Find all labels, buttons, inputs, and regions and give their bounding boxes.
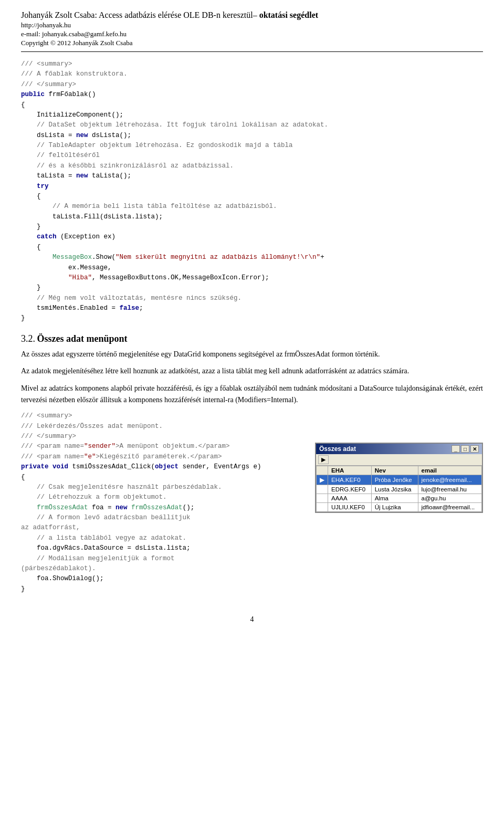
header-divider xyxy=(21,51,483,52)
cell-eha: EHA.KEF0 xyxy=(328,475,372,485)
dialog-toolbar: ▶ xyxy=(316,454,482,466)
dialog-minimize-button[interactable]: _ xyxy=(452,445,460,453)
page-number: 4 xyxy=(21,615,483,624)
section-title: Összes adat menüpont xyxy=(37,333,128,344)
cell-nev: Alma xyxy=(371,494,418,503)
col-indicator-header xyxy=(317,466,328,475)
code-block-menu: /// <summary> /// Lekérdezés/Összes adat… xyxy=(21,411,304,600)
cell-eha: AAAA xyxy=(328,494,372,503)
code-block-2-content: /// <summary> /// Lekérdezés/Összes adat… xyxy=(21,411,304,594)
row-indicator: ▶ xyxy=(317,475,328,485)
table-row[interactable]: EDRG.KEF0 Lusta Józsika lujo@freemail.hu xyxy=(317,485,482,494)
table-row[interactable]: AAAA Alma a@gu.hu xyxy=(317,494,482,503)
dialog-title: Összes adat xyxy=(319,445,356,453)
row-indicator xyxy=(317,503,328,512)
header-copyright: Copyright © 2012 Johanyák Zsolt Csaba xyxy=(21,39,483,47)
code-block-constructor: /// <summary> /// A főablak konstruktora… xyxy=(21,59,483,324)
cell-eha: UJLIU.KEF0 xyxy=(328,503,372,512)
title-bold: oktatási segédlet xyxy=(259,11,318,19)
dialog-titlebar: Összes adat _ □ ✕ xyxy=(316,444,482,454)
header-email: e-mail: johanyak.csaba@gamf.kefo.hu xyxy=(21,30,483,38)
cell-nev: Lusta Józsika xyxy=(371,485,418,494)
cell-email: a@gu.hu xyxy=(418,494,481,503)
row-indicator xyxy=(317,485,328,494)
cell-nev: Próba Jenőke xyxy=(371,475,418,485)
section-lower: /// <summary> /// Lekérdezés/Összes adat… xyxy=(21,411,483,600)
cell-nev: Új Lujzika xyxy=(371,503,418,512)
section-number: 3.2. xyxy=(21,333,35,344)
section-para3: Mivel az adatrács komponens alapból priv… xyxy=(21,383,483,406)
col-nev-header: Nev xyxy=(371,466,418,475)
dialog-data-table: EHA Nev email ▶ EHA.KEF0 Próba Jenőke je… xyxy=(316,466,482,512)
col-eha-header: EHA xyxy=(328,466,372,475)
page-header: Johanyák Zsolt Csaba: Access adatbázis e… xyxy=(21,11,483,52)
header-url: http://johanyak.hu xyxy=(21,21,483,29)
dialog-controls[interactable]: _ □ ✕ xyxy=(452,445,479,453)
cell-email: jenoke@freemail... xyxy=(418,475,481,485)
dialog-close-button[interactable]: ✕ xyxy=(470,445,479,453)
section-heading: 3.2. Összes adat menüpont xyxy=(21,333,483,344)
cell-email: lujo@freemail.hu xyxy=(418,485,481,494)
table-row[interactable]: ▶ EHA.KEF0 Próba Jenőke jenoke@freemail.… xyxy=(317,475,482,485)
cell-email: jdfioawr@freemail... xyxy=(418,503,481,512)
dialog-restore-button[interactable]: □ xyxy=(461,445,469,453)
title-plain: Johanyák Zsolt Csaba: Access adatbázis e… xyxy=(21,11,253,19)
table-header-row: EHA Nev email xyxy=(317,466,482,475)
row-indicator xyxy=(317,494,328,503)
dialog-window: Összes adat _ □ ✕ ▶ EHA Nev email xyxy=(315,443,483,513)
dialog-screenshot: Összes adat _ □ ✕ ▶ EHA Nev email xyxy=(315,443,483,513)
table-row[interactable]: UJLIU.KEF0 Új Lujzika jdfioawr@freemail.… xyxy=(317,503,482,512)
section-para2: Az adatok megjelenítéséhez létre kell ho… xyxy=(21,365,483,377)
section-para1: Az összes adat egyszerre történő megjele… xyxy=(21,349,483,360)
dialog-nav-button[interactable]: ▶ xyxy=(318,455,329,464)
document-title: Johanyák Zsolt Csaba: Access adatbázis e… xyxy=(21,11,483,20)
cell-eha: EDRG.KEF0 xyxy=(328,485,372,494)
col-email-header: email xyxy=(418,466,481,475)
